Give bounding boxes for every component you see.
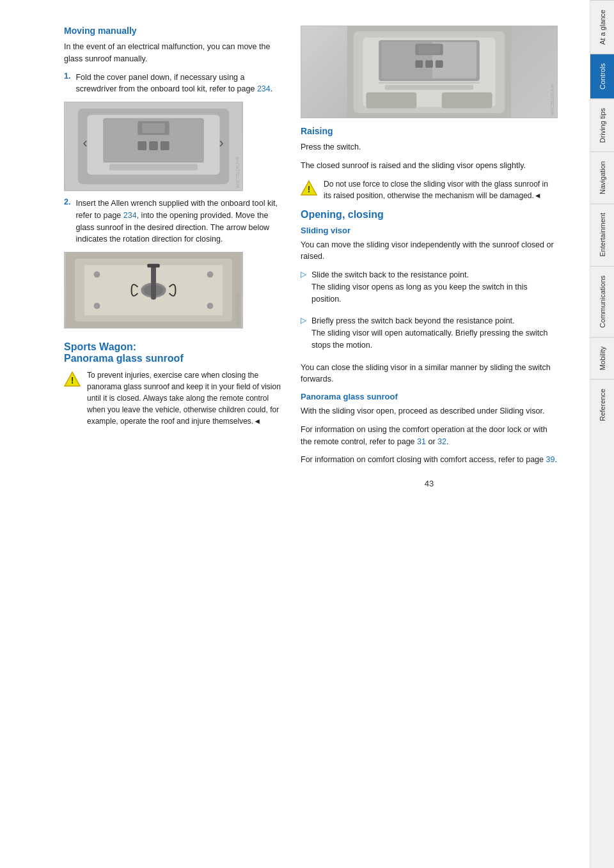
step-1-text: Fold the cover panel down, if necessary … [75,72,281,96]
sidebar-tab-reference[interactable]: Reference [590,379,615,430]
bullet-1: ▷ Slide the switch back to the resistanc… [301,269,558,310]
sports-wagon-warning-text: To prevent injuries, exercise care when … [87,369,281,427]
moving-manually-intro: In the event of an electrical malfunctio… [64,41,281,65]
sliding-visor-intro: You can move the sliding visor independe… [301,239,558,263]
svg-point-22 [207,272,214,278]
svg-rect-5 [142,123,164,134]
sidebar-tab-communications[interactable]: Communications [590,266,615,337]
link-page-39[interactable]: 39 [546,455,555,464]
svg-rect-19 [147,264,160,268]
image-sunroof-panel: ‹ › W9C55LD0JVR [64,102,243,191]
sliding-visor-subtitle: Sliding visor [301,226,558,235]
svg-rect-38 [385,85,473,90]
image-right-top: W9C591D0JVR [301,26,558,118]
sliding-visor-closing-text: You can close the sliding visor in a sim… [301,362,558,386]
link-page-32[interactable]: 32 [437,437,446,446]
opening-closing-title: Opening, closing [301,209,558,221]
sidebar-tab-driving-tips[interactable]: Driving tips [590,98,615,151]
image-watermark-2: W9C45PD5JVR [235,293,240,325]
sidebar-tab-entertainment[interactable]: Entertainment [590,203,615,265]
bullet-arrow-2: ▷ [301,316,306,356]
raising-warning-icon: ! [301,180,317,196]
svg-rect-34 [415,60,423,68]
bullet-1-subtext: The sliding visor opens as long as you k… [311,281,558,306]
svg-rect-40 [442,93,492,109]
opening-closing-section: Opening, closing Sliding visor You can m… [301,209,558,467]
sidebar-tab-controls[interactable]: Controls [590,54,615,98]
step-1-link[interactable]: 234 [257,84,271,93]
sports-wagon-title: Sports Wagon:Panorama glass sunroof [64,341,281,364]
panorama-glass-text3: For information on comfort closing with … [301,454,558,466]
link-page-31[interactable]: 31 [417,437,426,446]
svg-rect-18 [151,265,156,300]
bullet-2: ▷ Briefly press the switch back beyond t… [301,315,558,356]
moving-manually-section: Moving manually In the event of an elect… [64,26,281,329]
bullet-1-text: Slide the switch back to the resistance … [311,269,558,281]
step-2-text: Insert the Allen wrench supplied with th… [75,198,281,245]
svg-text:!: ! [71,375,74,385]
raising-title: Raising [301,126,558,136]
image-allen-wrench: W9C45PD5JVR [64,252,243,329]
bullet-arrow-1: ▷ [301,270,306,310]
svg-point-23 [207,303,214,309]
sidebar: At a glance Controls Driving tips Naviga… [590,0,614,868]
raising-section: Raising Press the switch. The closed sun… [301,126,558,201]
panorama-glass-section: Panorama glass sunroof With the sliding … [301,392,558,466]
sidebar-tab-navigation[interactable]: Navigation [590,151,615,203]
svg-point-20 [94,272,100,278]
image-watermark-right: W9C591D0JVR [550,84,555,115]
svg-rect-7 [149,141,158,150]
step-2-link[interactable]: 234 [123,211,137,220]
raising-warning-text: Do not use force to close the sliding vi… [324,178,558,201]
svg-rect-8 [161,141,169,150]
svg-text:‹: ‹ [83,135,88,151]
sports-wagon-warning: ! To prevent injuries, exercise care whe… [64,369,281,427]
raising-warning: ! Do not use force to close the sliding … [301,178,558,201]
svg-rect-35 [425,60,433,68]
image-watermark-1: W9C55LD0JVR [235,157,240,188]
step-2-number: 2. [64,198,70,245]
sliding-visor-section: Sliding visor You can move the sliding v… [301,226,558,386]
bullet-2-subtext: The sliding visor will open automaticall… [311,327,558,352]
bullet-2-text: Briefly press the switch back beyond the… [311,315,558,327]
svg-point-21 [94,303,100,309]
sidebar-tab-mobility[interactable]: Mobility [590,337,615,379]
step-1: 1. Fold the cover panel down, if necessa… [64,72,281,96]
svg-rect-39 [366,93,416,109]
warning-icon: ! [64,371,81,387]
svg-rect-33 [418,45,440,54]
sidebar-tab-at-a-glance[interactable]: At a glance [590,0,615,54]
moving-manually-title: Moving manually [64,26,281,36]
svg-text:!: ! [308,184,311,194]
panorama-glass-subtitle: Panorama glass sunroof [301,392,558,401]
sports-wagon-section: Sports Wagon:Panorama glass sunroof ! To… [64,341,281,427]
svg-rect-6 [138,141,146,150]
panorama-glass-text1: With the sliding visor open, proceed as … [301,405,558,417]
panorama-glass-text2: For information on using the comfort ope… [301,424,558,448]
svg-text:›: › [219,135,224,151]
raising-text1: Press the switch. [301,141,558,153]
svg-rect-36 [436,60,443,68]
step-1-number: 1. [64,72,70,96]
page-number: 43 [301,479,558,495]
raising-text2: The closed sunroof is raised and the sli… [301,160,558,172]
step-2: 2. Insert the Allen wrench supplied with… [64,198,281,245]
svg-rect-12 [109,164,198,171]
